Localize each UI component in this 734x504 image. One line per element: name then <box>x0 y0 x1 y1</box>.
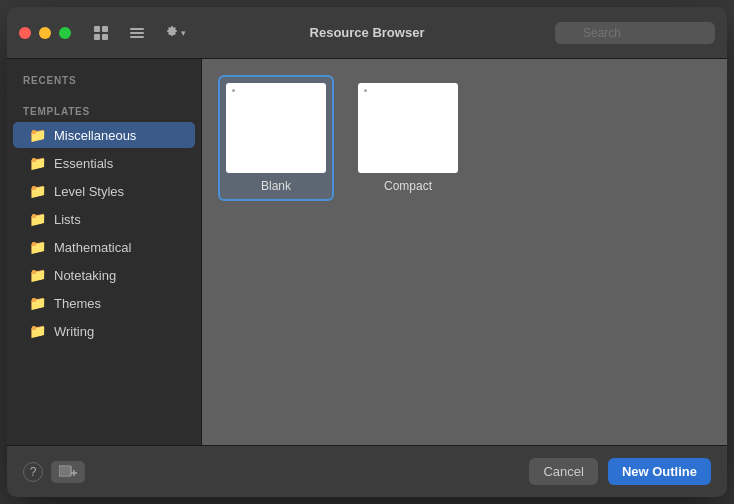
grid-icon <box>93 25 109 41</box>
sidebar-item-label: Lists <box>54 212 81 227</box>
sidebar-item-label: Writing <box>54 324 94 339</box>
thumb-dot <box>232 89 235 92</box>
list-view-button[interactable] <box>123 21 151 45</box>
list-icon <box>129 25 145 41</box>
sidebar-item-level-styles[interactable]: 📁 Level Styles <box>13 178 195 204</box>
sidebar-item-label: Notetaking <box>54 268 116 283</box>
folder-icon: 📁 <box>29 183 46 199</box>
templates-section-label: TEMPLATES <box>7 100 201 121</box>
new-outline-button[interactable]: New Outline <box>608 458 711 485</box>
folder-icon: 📁 <box>29 155 46 171</box>
sidebar: RECENTS TEMPLATES 📁 Miscellaneous 📁 Esse… <box>7 59 202 445</box>
action-chevron: ▾ <box>181 28 186 38</box>
action-button[interactable]: ▾ <box>159 22 192 44</box>
svg-rect-4 <box>130 28 144 30</box>
resource-browser-window: ▾ Resource Browser ⌕ RECENTS TEMPLATES 📁… <box>7 7 727 497</box>
help-icon: ? <box>30 465 37 479</box>
folder-icon: 📁 <box>29 267 46 283</box>
add-template-button[interactable] <box>51 461 85 483</box>
sidebar-item-label: Essentials <box>54 156 113 171</box>
sidebar-item-label: Miscellaneous <box>54 128 136 143</box>
folder-icon: 📁 <box>29 127 46 143</box>
main-content: RECENTS TEMPLATES 📁 Miscellaneous 📁 Esse… <box>7 59 727 445</box>
folder-icon: 📁 <box>29 295 46 311</box>
svg-rect-2 <box>94 34 100 40</box>
svg-rect-1 <box>102 26 108 32</box>
template-blank-wrapper[interactable]: Blank <box>218 75 334 201</box>
sidebar-item-lists[interactable]: 📁 Lists <box>13 206 195 232</box>
template-blank-label: Blank <box>226 179 326 193</box>
template-blank-thumb <box>226 83 326 173</box>
svg-rect-6 <box>130 36 144 38</box>
svg-rect-3 <box>102 34 108 40</box>
bottom-left: ? <box>23 461 85 483</box>
grid-view-button[interactable] <box>87 21 115 45</box>
help-button[interactable]: ? <box>23 462 43 482</box>
toolbar: ▾ <box>87 21 192 45</box>
add-template-icon <box>59 465 77 479</box>
gear-icon <box>165 26 179 40</box>
sidebar-item-notetaking[interactable]: 📁 Notetaking <box>13 262 195 288</box>
close-button[interactable] <box>19 27 31 39</box>
search-container: ⌕ <box>555 22 715 44</box>
bottom-right: Cancel New Outline <box>529 458 711 485</box>
folder-icon: 📁 <box>29 211 46 227</box>
sidebar-item-writing[interactable]: 📁 Writing <box>13 318 195 344</box>
cancel-button[interactable]: Cancel <box>529 458 597 485</box>
svg-rect-5 <box>130 32 144 34</box>
title-bar: ▾ Resource Browser ⌕ <box>7 7 727 59</box>
svg-rect-0 <box>94 26 100 32</box>
sidebar-item-miscellaneous[interactable]: 📁 Miscellaneous <box>13 122 195 148</box>
folder-icon: 📁 <box>29 239 46 255</box>
template-compact-label: Compact <box>358 179 458 193</box>
maximize-button[interactable] <box>59 27 71 39</box>
traffic-lights <box>19 27 71 39</box>
content-area: Blank Compact <box>202 59 727 445</box>
thumb-dot <box>364 89 367 92</box>
template-compact-thumb <box>358 83 458 173</box>
sidebar-item-label: Themes <box>54 296 101 311</box>
search-input[interactable] <box>555 22 715 44</box>
template-compact-wrapper[interactable]: Compact <box>350 75 466 201</box>
minimize-button[interactable] <box>39 27 51 39</box>
search-area: ⌕ <box>555 22 715 44</box>
recents-section-label: RECENTS <box>7 69 201 90</box>
sidebar-item-essentials[interactable]: 📁 Essentials <box>13 150 195 176</box>
folder-icon: 📁 <box>29 323 46 339</box>
window-title: Resource Browser <box>310 25 425 40</box>
sidebar-item-label: Level Styles <box>54 184 124 199</box>
sidebar-item-themes[interactable]: 📁 Themes <box>13 290 195 316</box>
sidebar-item-label: Mathematical <box>54 240 131 255</box>
bottom-bar: ? Cancel New Outline <box>7 445 727 497</box>
sidebar-item-mathematical[interactable]: 📁 Mathematical <box>13 234 195 260</box>
svg-rect-8 <box>60 467 70 475</box>
